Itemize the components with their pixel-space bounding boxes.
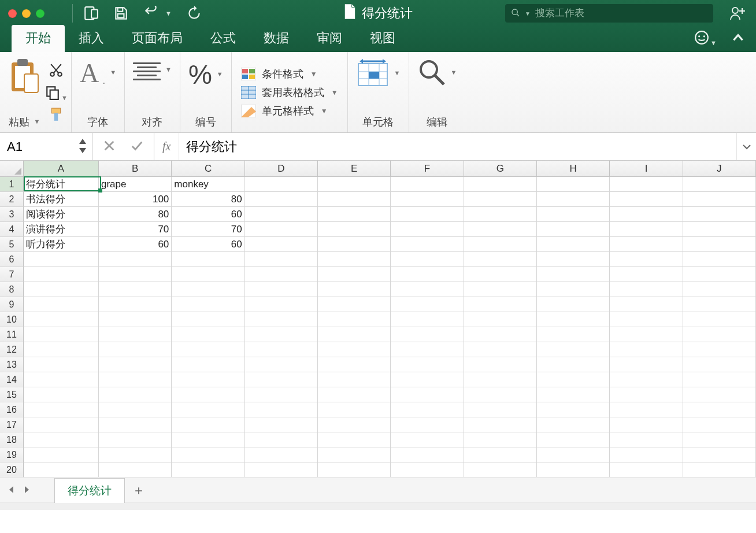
row-header-17[interactable]: 17 bbox=[0, 417, 24, 432]
cell-J8[interactable] bbox=[683, 282, 756, 297]
name-box-down-icon[interactable] bbox=[78, 147, 87, 157]
number-format-button[interactable]: %▼ bbox=[188, 58, 223, 90]
cell-F1[interactable] bbox=[391, 177, 464, 192]
row-header-16[interactable]: 16 bbox=[0, 402, 24, 417]
copy-button[interactable]: ▼ bbox=[45, 85, 68, 102]
cell-J11[interactable] bbox=[683, 327, 756, 342]
cell-A19[interactable] bbox=[24, 447, 99, 462]
cell-J17[interactable] bbox=[683, 417, 756, 432]
cell-F7[interactable] bbox=[391, 267, 464, 282]
cell-C17[interactable] bbox=[172, 417, 244, 432]
search-dropdown-icon[interactable]: ▼ bbox=[525, 10, 531, 17]
cell-J1[interactable] bbox=[683, 177, 756, 192]
cell-B6[interactable] bbox=[99, 252, 172, 267]
cell-E17[interactable] bbox=[318, 417, 391, 432]
worksheet[interactable]: ABCDEFGHIJ1得分统计grapemonkey2书法得分100803阅读得… bbox=[0, 161, 756, 479]
cell-D10[interactable] bbox=[245, 312, 318, 327]
feedback-button[interactable]: ▼ bbox=[694, 30, 717, 49]
cell-G12[interactable] bbox=[464, 342, 537, 357]
cell-J7[interactable] bbox=[683, 267, 756, 282]
cell-H6[interactable] bbox=[537, 252, 610, 267]
cell-E1[interactable] bbox=[318, 177, 391, 192]
column-header-F[interactable]: F bbox=[391, 161, 464, 176]
cell-H11[interactable] bbox=[537, 327, 610, 342]
cell-C13[interactable] bbox=[172, 357, 244, 372]
cell-F4[interactable] bbox=[391, 222, 464, 237]
row-header-2[interactable]: 2 bbox=[0, 192, 24, 207]
cell-I7[interactable] bbox=[610, 267, 683, 282]
confirm-formula-button[interactable] bbox=[131, 139, 143, 154]
cell-I6[interactable] bbox=[610, 252, 683, 267]
row-header-12[interactable]: 12 bbox=[0, 342, 24, 357]
cell-G1[interactable] bbox=[464, 177, 537, 192]
cell-G5[interactable] bbox=[464, 237, 537, 252]
cell-C3[interactable]: 60 bbox=[172, 207, 244, 222]
cell-C10[interactable] bbox=[172, 312, 244, 327]
chevron-down-icon[interactable]: ▼ bbox=[34, 118, 40, 125]
row-header-10[interactable]: 10 bbox=[0, 312, 24, 327]
cell-G9[interactable] bbox=[464, 297, 537, 312]
cell-H13[interactable] bbox=[537, 357, 610, 372]
cell-H19[interactable] bbox=[537, 447, 610, 462]
cell-E19[interactable] bbox=[318, 447, 391, 462]
cell-C12[interactable] bbox=[172, 342, 244, 357]
cell-H18[interactable] bbox=[537, 432, 610, 447]
cell-G6[interactable] bbox=[464, 252, 537, 267]
row-header-6[interactable]: 6 bbox=[0, 252, 24, 267]
column-header-E[interactable]: E bbox=[318, 161, 391, 176]
cell-B9[interactable] bbox=[99, 297, 172, 312]
cell-A15[interactable] bbox=[24, 387, 99, 402]
cell-I19[interactable] bbox=[610, 447, 683, 462]
cells-button[interactable]: ▼ bbox=[356, 58, 401, 88]
cell-A20[interactable] bbox=[24, 462, 99, 478]
font-button[interactable]: A.▼ bbox=[80, 58, 116, 87]
cell-E13[interactable] bbox=[318, 357, 391, 372]
cell-H17[interactable] bbox=[537, 417, 610, 432]
cell-E3[interactable] bbox=[318, 207, 391, 222]
cell-F9[interactable] bbox=[391, 297, 464, 312]
next-sheet-button[interactable] bbox=[22, 485, 31, 496]
cell-I12[interactable] bbox=[610, 342, 683, 357]
cell-E4[interactable] bbox=[318, 222, 391, 237]
ribbon-tab-6[interactable]: 视图 bbox=[356, 25, 409, 52]
cell-F12[interactable] bbox=[391, 342, 464, 357]
cell-G10[interactable] bbox=[464, 312, 537, 327]
cell-G4[interactable] bbox=[464, 222, 537, 237]
cell-G11[interactable] bbox=[464, 327, 537, 342]
cell-E16[interactable] bbox=[318, 402, 391, 417]
cell-A17[interactable] bbox=[24, 417, 99, 432]
cell-H8[interactable] bbox=[537, 282, 610, 297]
cell-F11[interactable] bbox=[391, 327, 464, 342]
cell-A1[interactable]: 得分统计 bbox=[24, 177, 99, 192]
name-box[interactable] bbox=[0, 133, 92, 160]
cell-G2[interactable] bbox=[464, 192, 537, 207]
cell-G13[interactable] bbox=[464, 357, 537, 372]
cell-I1[interactable] bbox=[610, 177, 683, 192]
cell-C19[interactable] bbox=[172, 447, 244, 462]
expand-formula-bar-button[interactable] bbox=[736, 133, 756, 160]
cell-C11[interactable] bbox=[172, 327, 244, 342]
cell-D7[interactable] bbox=[245, 267, 318, 282]
row-header-8[interactable]: 8 bbox=[0, 282, 24, 297]
cell-B20[interactable] bbox=[99, 462, 172, 478]
cell-A2[interactable]: 书法得分 bbox=[24, 192, 99, 207]
save-button[interactable] bbox=[113, 6, 128, 21]
cell-B4[interactable]: 70 bbox=[99, 222, 172, 237]
cell-F5[interactable] bbox=[391, 237, 464, 252]
cell-E6[interactable] bbox=[318, 252, 391, 267]
cell-A3[interactable]: 阅读得分 bbox=[24, 207, 99, 222]
cell-I17[interactable] bbox=[610, 417, 683, 432]
cell-E18[interactable] bbox=[318, 432, 391, 447]
column-header-J[interactable]: J bbox=[683, 161, 756, 176]
cell-E2[interactable] bbox=[318, 192, 391, 207]
cell-C2[interactable]: 80 bbox=[172, 192, 244, 207]
cell-A5[interactable]: 听力得分 bbox=[24, 237, 99, 252]
cell-C6[interactable] bbox=[172, 252, 244, 267]
row-header-7[interactable]: 7 bbox=[0, 267, 24, 282]
cell-F15[interactable] bbox=[391, 387, 464, 402]
cell-F8[interactable] bbox=[391, 282, 464, 297]
ribbon-tab-3[interactable]: 公式 bbox=[197, 25, 250, 52]
cell-J15[interactable] bbox=[683, 387, 756, 402]
cell-B12[interactable] bbox=[99, 342, 172, 357]
cell-H20[interactable] bbox=[537, 462, 610, 478]
